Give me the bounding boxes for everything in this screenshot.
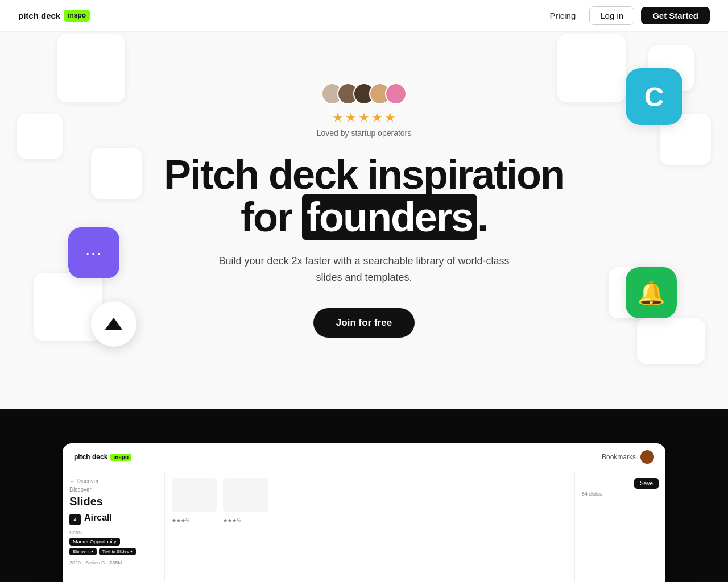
preview-sidebar: ← Discover Discover Slides A Aircall Saa…	[63, 471, 165, 582]
preview-market-tag: Market Opportunity	[69, 538, 120, 546]
star: ★	[345, 110, 357, 125]
hero-content: ★ ★ ★ ★ ★ Loved by startup operators Pit…	[164, 83, 564, 338]
hero-title-line2: for founders.	[241, 194, 487, 240]
preview-save-button[interactable]: Save	[634, 478, 659, 489]
preview-breadcrumb: ← Discover	[69, 478, 158, 484]
preview-year: 2020	[69, 560, 81, 566]
preview-meta: SaaS	[69, 530, 158, 535]
bg-tile	[91, 148, 142, 199]
preview-slide-card	[172, 478, 217, 512]
preview-card-rating: ★★★½	[172, 518, 190, 523]
hero-section: ··· C 🔔 ★ ★ ★ ★ ★ Loved by startup opera…	[0, 0, 728, 409]
preview-logo-badge: inspo	[110, 454, 131, 461]
preview-aircall-logo-letter: A	[73, 517, 77, 522]
star: ★	[371, 110, 383, 125]
preview-avatar	[640, 450, 654, 464]
preview-round: Series C	[85, 560, 105, 566]
star: ★	[358, 110, 370, 125]
preview-filters: Element ▾ Text in Slides ▾	[69, 548, 158, 555]
get-started-button[interactable]: Get Started	[641, 7, 710, 24]
preview-nav: pitch deck inspo Bookmarks	[63, 443, 665, 471]
up-arrow-icon	[91, 301, 136, 347]
bell-icon: 🔔	[637, 280, 665, 306]
preview-slides-count: 84 slides	[582, 491, 659, 497]
bg-tile	[17, 114, 63, 159]
preview-nav-right: Bookmarks	[602, 450, 654, 464]
hero-period: .	[477, 194, 487, 240]
bg-tile	[57, 34, 125, 102]
nav-right: Pricing Log in Get Started	[543, 6, 710, 25]
hero-title-line1: Pitch deck inspiration	[164, 152, 564, 197]
preview-card-stats-2: ★★★½	[223, 518, 268, 523]
bg-tile	[637, 318, 705, 364]
app-preview-inner: pitch deck inspo Bookmarks ← Discover Di…	[63, 443, 665, 582]
preview-meta-category: SaaS	[69, 530, 82, 535]
avatar	[385, 83, 407, 105]
chat-icon: ···	[68, 227, 119, 278]
preview-logo: pitch deck inspo	[74, 453, 131, 461]
preview-card-stats: ★★★½	[172, 518, 217, 523]
c-icon: C	[626, 68, 682, 125]
star: ★	[332, 110, 344, 125]
avatar-group	[164, 83, 564, 105]
chat-dots-icon: ···	[85, 244, 102, 262]
preview-cards-2: ★★★½	[223, 478, 268, 582]
preview-cards: ★★★½	[172, 478, 217, 582]
preview-slide-card	[223, 478, 268, 512]
preview-section-title: Slides	[69, 495, 158, 508]
preview-meta-row: 2020 Series C $65M	[69, 560, 158, 566]
preview-main: ★★★½ ★★★½	[165, 471, 574, 582]
preview-company-name: Aircall	[84, 513, 112, 523]
founders-word: founders	[302, 194, 477, 240]
preview-section-label: Discover	[69, 487, 158, 493]
notification-icon: 🔔	[626, 267, 677, 318]
nav-pricing-link[interactable]: Pricing	[543, 7, 582, 24]
dark-section: pitch deck inspo Bookmarks ← Discover Di…	[0, 409, 728, 582]
star: ★	[384, 110, 396, 125]
hero-title: Pitch deck inspiration for founders.	[164, 153, 564, 239]
preview-aircall-logo-icon: A	[69, 514, 81, 525]
star-rating: ★ ★ ★ ★ ★	[164, 110, 564, 125]
logo[interactable]: pitch deck inspo	[18, 10, 90, 22]
preview-right-panel: Save 84 slides	[574, 471, 665, 582]
hero-subtitle: Build your deck 2x faster with a searcha…	[210, 253, 518, 286]
logo-text: pitch deck	[18, 11, 60, 20]
hero-for-text: for	[241, 194, 302, 240]
preview-card-rating-2: ★★★½	[223, 518, 241, 523]
preview-bookmarks-label: Bookmarks	[602, 453, 636, 461]
preview-text-filter[interactable]: Text in Slides ▾	[99, 548, 136, 555]
login-button[interactable]: Log in	[589, 6, 634, 25]
bg-tile	[557, 34, 626, 102]
c-letter: C	[644, 81, 664, 113]
preview-body: ← Discover Discover Slides A Aircall Saa…	[63, 471, 665, 582]
main-nav: pitch deck inspo Pricing Log in Get Star…	[0, 0, 728, 32]
join-button[interactable]: Join for free	[313, 308, 415, 338]
triangle-icon	[105, 318, 123, 330]
loved-text: Loved by startup operators	[164, 128, 564, 138]
app-preview: pitch deck inspo Bookmarks ← Discover Di…	[63, 443, 665, 582]
logo-badge: inspo	[64, 10, 90, 22]
preview-logo-text: pitch deck	[74, 453, 107, 461]
preview-element-filter[interactable]: Element ▾	[69, 548, 97, 555]
preview-amount: $65M	[110, 560, 123, 566]
